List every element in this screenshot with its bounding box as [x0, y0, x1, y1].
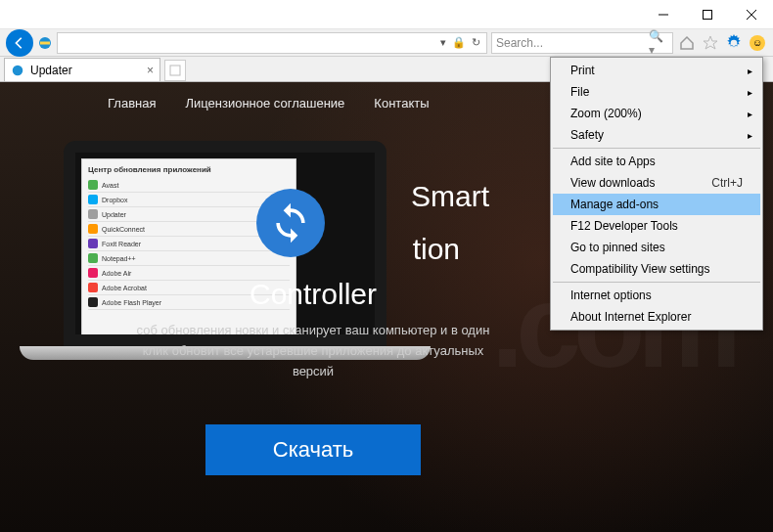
gear-icon[interactable]	[724, 33, 744, 53]
ie-logo-icon	[37, 35, 53, 51]
tab-title: Updater	[30, 64, 72, 77]
hero-block: Smart tion Controller соб обновления нов…	[127, 180, 499, 475]
browser-toolbar: ▾ 🔒 ↻ 🔍▾ ☺	[0, 29, 773, 57]
menu-about[interactable]: About Internet Explorer	[553, 306, 760, 328]
submenu-arrow-icon: ▸	[748, 130, 752, 141]
menu-safety[interactable]: Safety▸	[553, 124, 760, 146]
minimize-button[interactable]	[641, 0, 685, 29]
menu-f12[interactable]: F12 Developer Tools	[553, 215, 760, 237]
menu-compat[interactable]: Compatibility View settings	[553, 258, 760, 280]
new-tab-button[interactable]	[164, 60, 186, 81]
download-button[interactable]: Скачать	[205, 424, 421, 475]
menu-view-downloads[interactable]: View downloads Ctrl+J	[553, 172, 760, 194]
menu-shortcut: Ctrl+J	[711, 176, 743, 190]
address-bar[interactable]: ▾ 🔒 ↻	[57, 32, 487, 54]
tab-close-icon[interactable]: ×	[147, 64, 154, 77]
close-button[interactable]	[729, 0, 773, 29]
hero-title-3: Controller	[127, 278, 499, 311]
search-bar[interactable]: 🔍▾	[491, 32, 673, 54]
menu-print[interactable]: Print▸	[553, 60, 760, 81]
menu-add-site[interactable]: Add site to Apps	[553, 151, 760, 172]
menu-file[interactable]: File▸	[553, 81, 760, 103]
submenu-arrow-icon: ▸	[748, 66, 752, 76]
search-dropdown-icon[interactable]: 🔍▾	[643, 29, 672, 57]
submenu-arrow-icon: ▸	[748, 87, 752, 98]
maximize-button[interactable]	[685, 0, 729, 29]
feedback-icon[interactable]: ☺	[748, 33, 767, 53]
nav-license[interactable]: Лицензионное соглашение	[185, 96, 344, 111]
svg-rect-3	[170, 66, 180, 75]
nav-home[interactable]: Главная	[108, 96, 156, 111]
menu-internet-options[interactable]: Internet options	[553, 285, 760, 306]
menu-pinned[interactable]: Go to pinned sites	[553, 237, 760, 258]
tools-menu: Print▸ File▸ Zoom (200%)▸ Safety▸ Add si…	[550, 57, 763, 331]
menu-manage-addons[interactable]: Manage add-ons	[553, 194, 760, 215]
menu-zoom[interactable]: Zoom (200%)▸	[553, 103, 760, 124]
hero-title-2: tion	[127, 233, 499, 266]
window-titlebar	[0, 0, 773, 29]
nav-contacts[interactable]: Контакты	[374, 96, 429, 111]
hero-title-1: Smart	[127, 180, 499, 213]
home-icon[interactable]	[677, 33, 697, 53]
tab-updater[interactable]: Updater ×	[4, 58, 160, 81]
submenu-arrow-icon: ▸	[748, 109, 752, 119]
address-input[interactable]	[62, 33, 434, 53]
app-window-title: Центр обновления приложений	[88, 165, 290, 174]
svg-point-2	[13, 65, 23, 75]
refresh-icon[interactable]: ↻	[470, 36, 482, 49]
dropdown-icon[interactable]: ▾	[438, 36, 448, 49]
svg-rect-0	[703, 10, 711, 19]
lock-icon: 🔒	[450, 36, 468, 49]
back-button[interactable]	[6, 29, 33, 57]
search-input[interactable]	[492, 36, 643, 50]
hero-description: соб обновления новки и сканирует ваш ком…	[127, 321, 499, 381]
tab-favicon-icon	[11, 64, 24, 77]
address-controls: ▾ 🔒 ↻	[434, 36, 486, 49]
favorites-icon[interactable]	[701, 33, 720, 53]
